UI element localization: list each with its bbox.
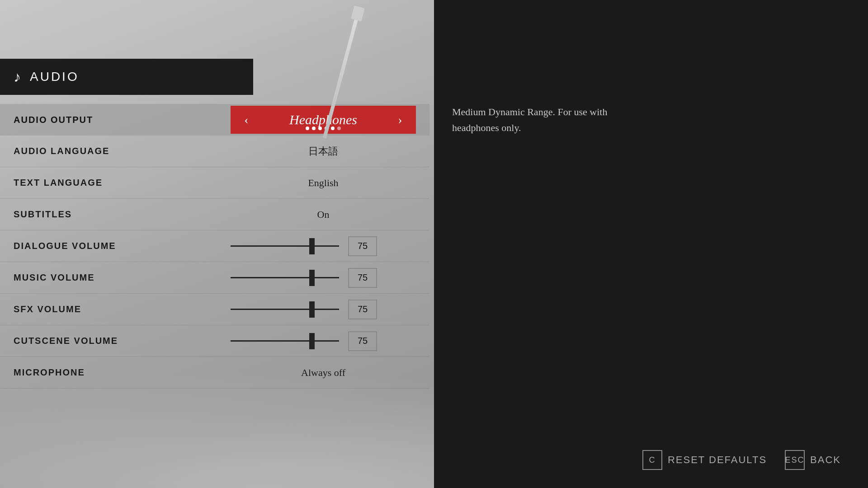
dialogue-volume-slider-container[interactable]: 75 (231, 236, 416, 256)
subtitles-label: SUBTITLES (14, 209, 231, 220)
back-key-badge: ESC (785, 450, 805, 470)
dot-6 (337, 127, 341, 130)
header-bar: ♪ AUDIO (0, 59, 253, 95)
cutscene-volume-thumb[interactable] (309, 333, 315, 349)
music-volume-row[interactable]: MUSIC VOLUME 75 (0, 262, 429, 294)
subtitles-value: On (231, 209, 416, 221)
cutscene-volume-slider-container[interactable]: 75 (231, 331, 416, 351)
dot-1 (306, 127, 309, 130)
music-volume-fill (231, 277, 312, 278)
dot-2 (312, 127, 316, 130)
music-volume-label: MUSIC VOLUME (14, 272, 231, 283)
audio-language-label: AUDIO LANGUAGE (14, 146, 231, 156)
description-text: Medium Dynamic Range. For use with headp… (452, 104, 642, 136)
cutscene-volume-label: CUTSCENE VOLUME (14, 336, 231, 346)
sfx-volume-fill (231, 309, 312, 310)
audio-output-value: Headphones (253, 112, 393, 127)
sfx-volume-track[interactable] (231, 309, 339, 310)
microphone-row[interactable]: MICROPHONE Always off (0, 357, 429, 389)
left-panel: ♪ AUDIO AUDIO OUTPUT ‹ Headphones › (0, 0, 434, 488)
cutscene-volume-fill (231, 340, 312, 342)
dialogue-volume-track[interactable] (231, 245, 339, 247)
dialogue-volume-row[interactable]: DIALOGUE VOLUME 75 (0, 230, 429, 262)
audio-output-label: AUDIO OUTPUT (14, 115, 231, 125)
text-language-value: English (231, 177, 416, 189)
reset-key-badge: C (642, 450, 662, 470)
reset-defaults-label: RESET DEFAULTS (668, 454, 767, 466)
audio-icon: ♪ (14, 70, 21, 84)
back-label: BACK (810, 454, 841, 466)
subtitles-row[interactable]: SUBTITLES On (0, 199, 429, 230)
sfx-volume-thumb[interactable] (309, 301, 315, 318)
header-title: AUDIO (30, 70, 79, 84)
microphone-value: Always off (231, 367, 416, 379)
music-volume-track[interactable] (231, 277, 339, 278)
selector-left-arrow[interactable]: ‹ (240, 113, 253, 127)
music-volume-box: 75 (348, 268, 377, 288)
back-button[interactable]: ESC BACK (785, 450, 841, 470)
settings-list: AUDIO OUTPUT ‹ Headphones › AUDIO LANGUA… (0, 104, 429, 389)
dialogue-volume-box: 75 (348, 236, 377, 256)
cutscene-volume-track[interactable] (231, 340, 339, 342)
text-language-label: TEXT LANGUAGE (14, 178, 231, 188)
right-panel (434, 0, 868, 488)
dialogue-volume-thumb[interactable] (309, 238, 315, 254)
sfx-volume-box: 75 (348, 300, 377, 319)
sfx-volume-label: SFX VOLUME (14, 304, 231, 314)
audio-output-selector[interactable]: ‹ Headphones › (231, 106, 416, 134)
dot-5 (331, 127, 335, 130)
dialogue-volume-label: DIALOGUE VOLUME (14, 241, 231, 251)
bottom-bar: C RESET DEFAULTS ESC BACK (642, 450, 841, 470)
reset-defaults-button[interactable]: C RESET DEFAULTS (642, 450, 767, 470)
audio-language-value: 日本語 (231, 145, 416, 158)
text-language-row[interactable]: TEXT LANGUAGE English (0, 167, 429, 199)
selector-dots (306, 127, 341, 130)
sfx-volume-row[interactable]: SFX VOLUME 75 (0, 294, 429, 325)
dot-3 (318, 127, 322, 130)
microphone-label: MICROPHONE (14, 367, 231, 378)
music-volume-slider-container[interactable]: 75 (231, 268, 416, 288)
dialogue-volume-fill (231, 245, 312, 247)
audio-output-row[interactable]: AUDIO OUTPUT ‹ Headphones › (0, 104, 429, 136)
music-volume-thumb[interactable] (309, 270, 315, 286)
sfx-volume-slider-container[interactable]: 75 (231, 300, 416, 319)
audio-language-row[interactable]: AUDIO LANGUAGE 日本語 (0, 136, 429, 167)
cutscene-volume-box: 75 (348, 331, 377, 351)
selector-right-arrow[interactable]: › (393, 113, 407, 127)
cutscene-volume-row[interactable]: CUTSCENE VOLUME 75 (0, 325, 429, 357)
